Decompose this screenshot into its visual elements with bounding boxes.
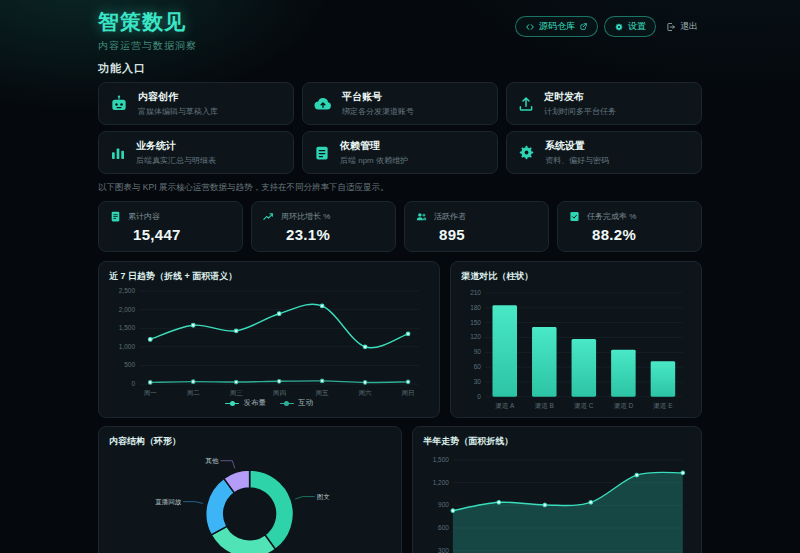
page-title: 智策数见 [98, 8, 197, 36]
kpi-card-active-authors: 活跃作者 895 [404, 201, 549, 252]
svg-text:180: 180 [470, 304, 481, 311]
feature-title: 定时发布 [544, 90, 616, 104]
svg-text:渠道 C: 渠道 C [574, 402, 594, 409]
svg-text:周一: 周一 [144, 389, 158, 396]
svg-text:900: 900 [438, 501, 449, 508]
entry-section-label: 功能入口 [98, 61, 702, 76]
feature-card-scheduled-publish[interactable]: 定时发布 计划时间多平台任务 [506, 82, 702, 125]
users-icon [415, 210, 428, 223]
svg-text:周二: 周二 [187, 389, 201, 396]
chart-title: 半年走势（面积折线） [423, 435, 691, 448]
kpi-label: 任务完成率 % [587, 211, 636, 222]
channel-bar-chart: 0306090120150180210渠道 A渠道 B渠道 C渠道 D渠道 E [461, 285, 691, 411]
svg-text:周四: 周四 [273, 389, 287, 396]
feature-title: 依赖管理 [340, 139, 408, 153]
svg-text:1,500: 1,500 [119, 324, 136, 331]
header-title-block: 智策数见 内容运营与数据洞察 [98, 8, 197, 53]
feature-title: 内容创作 [138, 90, 218, 104]
svg-text:30: 30 [474, 378, 482, 385]
svg-text:150: 150 [470, 319, 481, 326]
trend-line-chart: 05001,0001,5002,0002,500周一周二周三周四周五周六周日 [109, 285, 429, 397]
kpi-value: 23.1% [286, 226, 385, 243]
content-donut-chart-card: 内容结构（环形） 图文短视频直播回放其他 图文 短视频 直播回放 其他 [98, 426, 402, 553]
svg-text:直播回放: 直播回放 [155, 497, 181, 505]
settings-label: 设置 [628, 20, 646, 33]
feature-title: 业务统计 [136, 139, 216, 153]
legend-item-interaction[interactable]: 互动 [280, 398, 313, 408]
svg-text:周日: 周日 [402, 389, 415, 396]
svg-text:60: 60 [474, 363, 482, 370]
feature-card-system-settings[interactable]: 系统设置 资料、偏好与密码 [506, 131, 702, 174]
kpi-label: 累计内容 [128, 211, 160, 222]
legend-item-publish[interactable]: 发布量 [225, 398, 266, 408]
logout-label: 退出 [680, 20, 698, 33]
svg-text:图文: 图文 [317, 492, 330, 500]
logout-icon [666, 22, 676, 32]
header: 智策数见 内容运营与数据洞察 源码仓库 设置 退出 [98, 8, 702, 53]
feature-card-business-stats[interactable]: 业务统计 后端真实汇总与明细表 [98, 131, 294, 174]
svg-text:300: 300 [438, 547, 449, 553]
task-check-icon [568, 210, 581, 223]
feature-desc: 富媒体编辑与草稿入库 [138, 106, 218, 117]
svg-text:210: 210 [470, 289, 481, 296]
svg-text:周三: 周三 [230, 389, 244, 396]
kpi-label: 周环比增长 % [281, 211, 330, 222]
chart-row-1: 近 7 日趋势（折线 + 面积语义） 05001,0001,5002,0002,… [98, 261, 702, 418]
svg-text:600: 600 [438, 524, 449, 531]
svg-text:120: 120 [470, 333, 481, 340]
kpi-card-total-content: 累计内容 15,447 [98, 201, 243, 252]
legend-label: 互动 [298, 398, 313, 408]
feature-card-dependency-mgmt[interactable]: 依赖管理 后端 npm 依赖维护 [302, 131, 498, 174]
feature-grid: 内容创作 富媒体编辑与草稿入库 平台账号 绑定各分发渠道账号 定时发布 计划时间… [98, 82, 702, 174]
kpi-grid: 累计内容 15,447 周环比增长 % 23.1% 活跃作者 895 任务完成率… [98, 201, 702, 252]
kpi-note: 以下图表与 KPI 展示核心运营数据与趋势，支持在不同分辨率下自适应显示。 [98, 182, 702, 194]
feature-title: 平台账号 [342, 90, 414, 104]
kpi-value: 15,447 [133, 226, 232, 243]
source-repo-button[interactable]: 源码仓库 [515, 16, 598, 37]
kpi-value: 895 [439, 226, 538, 243]
svg-text:2,500: 2,500 [119, 287, 136, 294]
content-donut-chart: 图文短视频直播回放其他 [109, 450, 391, 553]
logout-button[interactable]: 退出 [662, 17, 702, 36]
header-actions: 源码仓库 设置 退出 [515, 16, 702, 37]
feature-card-content-creation[interactable]: 内容创作 富媒体编辑与草稿入库 [98, 82, 294, 125]
gear-icon [517, 143, 536, 162]
chart-row-2: 内容结构（环形） 图文短视频直播回放其他 图文 短视频 直播回放 其他 [98, 426, 702, 553]
trend-up-icon [262, 210, 275, 223]
source-repo-label: 源码仓库 [539, 20, 575, 33]
halfyear-area-chart-card: 半年走势（面积折线） 03006009001,2001,5001月2月3月4月5… [412, 426, 702, 553]
external-link-icon [579, 22, 588, 31]
page-subtitle: 内容运营与数据洞察 [98, 39, 197, 53]
feature-title: 系统设置 [545, 139, 609, 153]
svg-text:渠道 A: 渠道 A [495, 402, 515, 409]
file-icon [109, 210, 122, 223]
code-icon [525, 22, 535, 32]
svg-text:1,500: 1,500 [433, 456, 450, 463]
robot-icon [109, 94, 129, 114]
trend-line-chart-card: 近 7 日趋势（折线 + 面积语义） 05001,0001,5002,0002,… [98, 261, 440, 418]
svg-text:1,200: 1,200 [433, 478, 450, 485]
kpi-card-task-completion: 任务完成率 % 88.2% [557, 201, 702, 252]
svg-text:其他: 其他 [204, 457, 218, 465]
feature-desc: 资料、偏好与密码 [545, 155, 609, 166]
kpi-value: 88.2% [592, 226, 691, 243]
feature-card-platform-accounts[interactable]: 平台账号 绑定各分发渠道账号 [302, 82, 498, 125]
halfyear-area-chart: 03006009001,2001,5001月2月3月4月5月6月 [423, 450, 691, 553]
cloud-upload-icon [313, 94, 333, 114]
gear-icon [614, 22, 624, 32]
svg-text:周六: 周六 [359, 389, 373, 396]
chart-title: 渠道对比（柱状） [461, 270, 691, 283]
svg-text:渠道 E: 渠道 E [654, 402, 674, 409]
legend-marker [280, 400, 294, 406]
line-chart-legend: 发布量 互动 [109, 398, 429, 408]
settings-button[interactable]: 设置 [604, 16, 656, 37]
legend-label: 发布量 [243, 398, 266, 408]
feature-desc: 后端真实汇总与明细表 [136, 155, 216, 166]
svg-text:周五: 周五 [316, 389, 330, 396]
upload-icon [517, 95, 535, 113]
svg-text:0: 0 [478, 393, 482, 400]
feature-desc: 计划时间多平台任务 [544, 106, 616, 117]
channel-bar-chart-card: 渠道对比（柱状） 0306090120150180210渠道 A渠道 B渠道 C… [450, 261, 702, 418]
dashboard-page: 智策数见 内容运营与数据洞察 源码仓库 设置 退出 功能入口 内容创作 [98, 0, 702, 553]
clipboard-icon [313, 144, 331, 162]
